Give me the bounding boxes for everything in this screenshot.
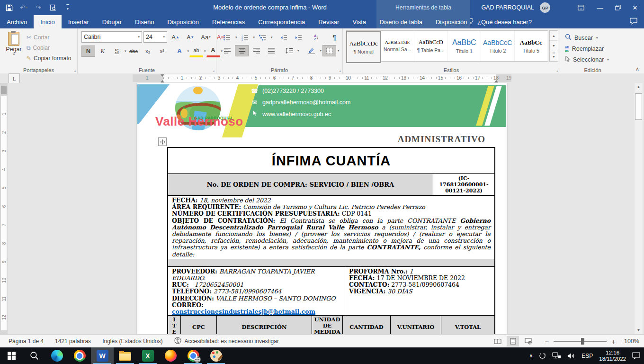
- paste-button[interactable]: Pegar ▾: [3, 31, 24, 66]
- edge-icon[interactable]: [45, 347, 68, 364]
- tab-dibujar[interactable]: Dibujar: [96, 15, 128, 28]
- underline-chevron-icon[interactable]: ▾: [125, 49, 126, 53]
- style-table-pa[interactable]: AaBbCcD¶ Table Pa...: [414, 31, 448, 61]
- borders-chevron-icon[interactable]: ▾: [338, 49, 340, 53]
- ruler-vertical[interactable]: 123456789101112: [0, 83, 8, 334]
- file-explorer-icon[interactable]: [114, 347, 136, 364]
- vertical-scrollbar[interactable]: ▲ ▼: [634, 83, 643, 334]
- align-right-button[interactable]: [250, 45, 263, 56]
- shading-button[interactable]: [305, 45, 319, 56]
- highlight-button[interactable]: ab: [189, 45, 203, 57]
- styles-scroll-up-icon[interactable]: ▲: [550, 31, 558, 41]
- superscript-button[interactable]: x²: [155, 46, 169, 57]
- shading-chevron-icon[interactable]: ▾: [320, 49, 322, 53]
- text-effects-button[interactable]: A: [173, 46, 187, 57]
- paint-icon[interactable]: [205, 347, 227, 364]
- decrease-indent-button[interactable]: [277, 32, 291, 43]
- qat-customize-icon[interactable]: ▔▾: [63, 3, 72, 12]
- tab-disposicion-tabla[interactable]: Disposición: [429, 15, 474, 28]
- style-titulo-1[interactable]: AaBbCTítulo 1: [448, 31, 482, 61]
- document-page[interactable]: Valle Hermoso GAD PARROQUIAL ☎(02)277322…: [137, 83, 507, 334]
- align-left-button[interactable]: [220, 45, 234, 56]
- tab-correspondencia[interactable]: Correspondencia: [251, 15, 312, 28]
- find-button[interactable]: Buscar▾: [560, 32, 644, 43]
- format-painter-button[interactable]: ✎Copiar formato: [27, 53, 71, 64]
- styles-scroll-down-icon[interactable]: ▼: [550, 41, 558, 51]
- volume-icon[interactable]: [567, 353, 575, 359]
- style-normal[interactable]: AaBbCcDc¶ Normal: [346, 31, 381, 63]
- restore-button[interactable]: [610, 0, 626, 15]
- ruler-horizontal[interactable]: 1 123456789101112131415161718 19: [133, 74, 511, 82]
- word-taskbar-icon[interactable]: W: [91, 347, 114, 364]
- styles-more-icon[interactable]: ▔▼: [550, 51, 558, 61]
- language-indicator[interactable]: ESP: [581, 353, 593, 359]
- line-spacing-button[interactable]: [282, 45, 296, 56]
- multilevel-chevron-icon[interactable]: ▾: [271, 36, 273, 39]
- close-button[interactable]: ✕: [627, 0, 643, 15]
- firefox-icon[interactable]: [159, 347, 182, 364]
- zoom-slider[interactable]: [554, 341, 607, 342]
- tab-referencias[interactable]: Referencias: [206, 15, 251, 28]
- select-button[interactable]: Seleccionar▾: [560, 54, 644, 65]
- read-mode-button[interactable]: [492, 336, 504, 346]
- cut-button[interactable]: ✂Cortar: [27, 32, 71, 43]
- copy-button[interactable]: ⧉Copiar: [27, 43, 71, 53]
- taskbar-search-button[interactable]: [23, 347, 45, 364]
- grow-font-button[interactable]: A▲: [169, 31, 182, 43]
- bullets-button[interactable]: [220, 32, 234, 43]
- tab-disposicion[interactable]: Disposición: [161, 15, 205, 28]
- tell-me-box[interactable]: ¿Qué desea hacer?: [468, 15, 532, 28]
- increase-indent-button[interactable]: [292, 32, 305, 43]
- bullets-chevron-icon[interactable]: ▾: [235, 36, 237, 39]
- highlight-chevron-icon[interactable]: ▾: [204, 49, 206, 53]
- zoom-out-button[interactable]: −: [545, 337, 549, 346]
- text-effects-chevron-icon[interactable]: ▾: [188, 49, 189, 53]
- redo-icon[interactable]: ↷: [34, 3, 43, 12]
- scrollbar-thumb[interactable]: [635, 93, 642, 120]
- word-count[interactable]: 1421 palabras: [55, 338, 91, 345]
- font-size-select[interactable]: 24▾: [143, 31, 167, 43]
- borders-button[interactable]: [322, 45, 336, 56]
- hanging-indent-marker[interactable]: [161, 78, 164, 82]
- style-titulo-5[interactable]: AaBbCcTítulo 5: [515, 31, 548, 61]
- chrome-icon[interactable]: [68, 347, 91, 364]
- ribbon-display-icon[interactable]: [573, 0, 589, 15]
- italic-button[interactable]: K: [96, 46, 109, 57]
- start-button[interactable]: [0, 347, 23, 364]
- print-layout-button[interactable]: [507, 336, 519, 346]
- tab-diseno[interactable]: Diseño: [128, 15, 161, 28]
- underline-button[interactable]: S: [110, 46, 124, 57]
- tab-vista[interactable]: Vista: [346, 15, 373, 28]
- zoom-slider-thumb[interactable]: [581, 338, 584, 345]
- scroll-up-icon[interactable]: ▲: [635, 83, 643, 91]
- bold-button[interactable]: N: [81, 46, 95, 57]
- scroll-down-icon[interactable]: ▼: [635, 326, 643, 334]
- avatar[interactable]: GP: [540, 2, 550, 13]
- zoom-level[interactable]: 100%: [618, 338, 639, 345]
- tab-inicio[interactable]: Inicio: [34, 15, 61, 28]
- tab-archivo[interactable]: Archivo: [0, 15, 34, 28]
- clock[interactable]: 12:1618/11/2022: [599, 350, 626, 362]
- collapse-ribbon-icon[interactable]: ∧: [635, 66, 639, 72]
- print-preview-icon[interactable]: [49, 3, 57, 12]
- web-layout-button[interactable]: [522, 336, 534, 346]
- line-spacing-chevron-icon[interactable]: ▾: [297, 49, 299, 53]
- zoom-in-button[interactable]: +: [611, 337, 616, 346]
- network-icon[interactable]: [552, 352, 561, 359]
- correo-link[interactable]: construccionesindustrialesjb@hotmail.com: [172, 308, 315, 315]
- language-status[interactable]: Inglés (Estados Unidos): [102, 338, 162, 345]
- numbering-chevron-icon[interactable]: ▾: [253, 36, 255, 39]
- right-indent-marker[interactable]: [494, 78, 498, 82]
- multilevel-list-button[interactable]: [256, 32, 269, 43]
- style-normal-sa[interactable]: AaBbCcDdENormal Sa...: [381, 31, 415, 61]
- chrome-profile-icon[interactable]: [182, 347, 205, 364]
- sort-button[interactable]: AZ↓: [310, 32, 323, 43]
- tab-revisar[interactable]: Revisar: [312, 15, 346, 28]
- subscript-button[interactable]: x₂: [141, 46, 155, 57]
- feedback-icon[interactable]: [630, 18, 637, 27]
- strikethrough-button[interactable]: abc: [127, 46, 141, 57]
- accessibility-status[interactable]: Accesibilidad: es necesario investigar: [174, 337, 279, 346]
- save-icon[interactable]: [5, 3, 13, 12]
- replace-button[interactable]: abac Reemplazar: [560, 43, 644, 54]
- paragraph-dialog-launcher-icon[interactable]: ⌟: [339, 68, 341, 73]
